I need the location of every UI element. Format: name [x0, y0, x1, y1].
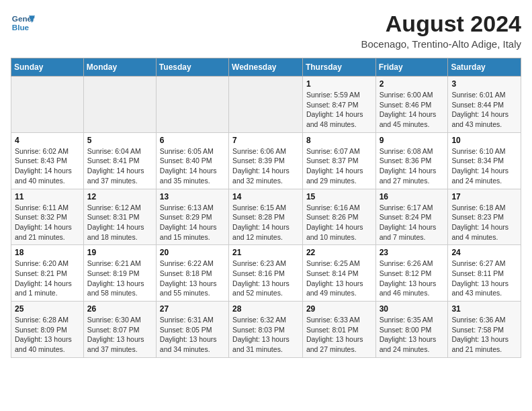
calendar-cell: 15Sunrise: 6:16 AM Sunset: 8:26 PM Dayli…: [302, 189, 375, 245]
weekday-header: Sunday: [11, 58, 84, 77]
calendar: SundayMondayTuesdayWednesdayThursdayFrid…: [11, 58, 521, 358]
day-detail: Sunrise: 6:11 AM Sunset: 8:32 PM Dayligh…: [15, 203, 80, 242]
weekday-header: Thursday: [302, 58, 375, 77]
calendar-week-row: 25Sunrise: 6:28 AM Sunset: 8:09 PM Dayli…: [11, 302, 521, 358]
day-number: 2: [380, 79, 445, 89]
calendar-cell: 18Sunrise: 6:20 AM Sunset: 8:21 PM Dayli…: [11, 245, 84, 302]
day-detail: Sunrise: 6:15 AM Sunset: 8:28 PM Dayligh…: [232, 203, 299, 242]
day-number: 21: [232, 248, 299, 257]
day-detail: Sunrise: 6:18 AM Sunset: 8:23 PM Dayligh…: [451, 203, 517, 242]
calendar-cell: 21Sunrise: 6:23 AM Sunset: 8:16 PM Dayli…: [229, 245, 303, 302]
day-detail: Sunrise: 6:13 AM Sunset: 8:29 PM Dayligh…: [160, 203, 225, 242]
day-detail: Sunrise: 6:20 AM Sunset: 8:21 PM Dayligh…: [15, 259, 80, 298]
calendar-cell: 6Sunrise: 6:05 AM Sunset: 8:40 PM Daylig…: [156, 132, 228, 189]
calendar-cell: 23Sunrise: 6:26 AM Sunset: 8:12 PM Dayli…: [375, 245, 448, 302]
day-number: 3: [451, 79, 517, 89]
calendar-cell: 29Sunrise: 6:33 AM Sunset: 8:01 PM Dayli…: [302, 302, 375, 358]
day-detail: Sunrise: 6:36 AM Sunset: 7:58 PM Dayligh…: [451, 315, 517, 355]
day-number: 28: [232, 304, 299, 314]
day-detail: Sunrise: 6:25 AM Sunset: 8:14 PM Dayligh…: [306, 259, 372, 298]
calendar-cell: 7Sunrise: 6:06 AM Sunset: 8:39 PM Daylig…: [229, 132, 303, 189]
day-number: 31: [451, 304, 517, 314]
day-number: 1: [306, 79, 372, 89]
day-detail: Sunrise: 6:26 AM Sunset: 8:12 PM Dayligh…: [380, 259, 445, 298]
calendar-cell: 28Sunrise: 6:32 AM Sunset: 8:03 PM Dayli…: [229, 302, 303, 358]
calendar-cell: 10Sunrise: 6:10 AM Sunset: 8:34 PM Dayli…: [448, 132, 521, 189]
day-detail: Sunrise: 6:31 AM Sunset: 8:05 PM Dayligh…: [160, 315, 225, 355]
day-number: 4: [15, 136, 80, 145]
calendar-week-row: 18Sunrise: 6:20 AM Sunset: 8:21 PM Dayli…: [11, 245, 521, 302]
day-number: 15: [306, 192, 372, 201]
day-detail: Sunrise: 6:00 AM Sunset: 8:46 PM Dayligh…: [380, 90, 445, 130]
day-number: 20: [160, 248, 225, 257]
weekday-header: Wednesday: [229, 58, 303, 77]
day-detail: Sunrise: 6:35 AM Sunset: 8:00 PM Dayligh…: [380, 315, 445, 355]
day-detail: Sunrise: 6:22 AM Sunset: 8:18 PM Dayligh…: [160, 259, 225, 298]
day-detail: Sunrise: 6:16 AM Sunset: 8:26 PM Dayligh…: [306, 203, 372, 242]
calendar-cell: 22Sunrise: 6:25 AM Sunset: 8:14 PM Dayli…: [302, 245, 375, 302]
day-detail: Sunrise: 6:10 AM Sunset: 8:34 PM Dayligh…: [451, 146, 517, 186]
day-number: 23: [380, 248, 445, 257]
day-detail: Sunrise: 6:27 AM Sunset: 8:11 PM Dayligh…: [451, 259, 517, 298]
calendar-cell: 19Sunrise: 6:21 AM Sunset: 8:19 PM Dayli…: [83, 245, 156, 302]
calendar-cell: 1Sunrise: 5:59 AM Sunset: 8:47 PM Daylig…: [302, 77, 375, 133]
weekday-header: Friday: [375, 58, 448, 77]
calendar-cell: 30Sunrise: 6:35 AM Sunset: 8:00 PM Dayli…: [375, 302, 448, 358]
calendar-cell: 17Sunrise: 6:18 AM Sunset: 8:23 PM Dayli…: [448, 189, 521, 245]
header: General Blue August 2024 Bocenago, Trent…: [11, 11, 521, 50]
day-number: 12: [87, 192, 152, 201]
day-number: 29: [306, 304, 372, 314]
day-detail: Sunrise: 6:01 AM Sunset: 8:44 PM Dayligh…: [451, 90, 517, 130]
day-number: 17: [451, 192, 517, 201]
day-number: 6: [160, 136, 225, 145]
day-detail: Sunrise: 6:17 AM Sunset: 8:24 PM Dayligh…: [380, 203, 445, 242]
calendar-week-row: 1Sunrise: 5:59 AM Sunset: 8:47 PM Daylig…: [11, 77, 521, 133]
day-detail: Sunrise: 6:05 AM Sunset: 8:40 PM Dayligh…: [160, 146, 225, 186]
day-number: 25: [15, 304, 80, 314]
calendar-week-row: 11Sunrise: 6:11 AM Sunset: 8:32 PM Dayli…: [11, 189, 521, 245]
calendar-cell: 3Sunrise: 6:01 AM Sunset: 8:44 PM Daylig…: [448, 77, 521, 133]
calendar-cell: 4Sunrise: 6:02 AM Sunset: 8:43 PM Daylig…: [11, 132, 84, 189]
weekday-header-row: SundayMondayTuesdayWednesdayThursdayFrid…: [11, 58, 521, 77]
calendar-cell: 13Sunrise: 6:13 AM Sunset: 8:29 PM Dayli…: [156, 189, 228, 245]
day-detail: Sunrise: 6:30 AM Sunset: 8:07 PM Dayligh…: [87, 315, 152, 355]
day-number: 16: [380, 192, 445, 201]
day-number: 22: [306, 248, 372, 257]
day-detail: Sunrise: 6:33 AM Sunset: 8:01 PM Dayligh…: [306, 315, 372, 355]
weekday-header: Monday: [83, 58, 156, 77]
day-detail: Sunrise: 6:32 AM Sunset: 8:03 PM Dayligh…: [232, 315, 299, 355]
calendar-cell: 25Sunrise: 6:28 AM Sunset: 8:09 PM Dayli…: [11, 302, 84, 358]
calendar-cell: [156, 77, 228, 133]
day-number: 13: [160, 192, 225, 201]
day-detail: Sunrise: 6:12 AM Sunset: 8:31 PM Dayligh…: [87, 203, 152, 242]
calendar-cell: [83, 77, 156, 133]
title-area: August 2024 Bocenago, Trentino-Alto Adig…: [361, 11, 521, 50]
day-number: 18: [15, 248, 80, 257]
day-detail: Sunrise: 6:04 AM Sunset: 8:41 PM Dayligh…: [87, 146, 152, 186]
day-detail: Sunrise: 6:02 AM Sunset: 8:43 PM Dayligh…: [15, 146, 80, 186]
day-detail: Sunrise: 6:21 AM Sunset: 8:19 PM Dayligh…: [87, 259, 152, 298]
day-number: 10: [451, 136, 517, 145]
calendar-week-row: 4Sunrise: 6:02 AM Sunset: 8:43 PM Daylig…: [11, 132, 521, 189]
logo-icon: General Blue: [11, 11, 35, 35]
calendar-cell: 5Sunrise: 6:04 AM Sunset: 8:41 PM Daylig…: [83, 132, 156, 189]
day-number: 14: [232, 192, 299, 201]
calendar-cell: 20Sunrise: 6:22 AM Sunset: 8:18 PM Dayli…: [156, 245, 228, 302]
main-title: August 2024: [361, 11, 521, 37]
day-detail: Sunrise: 6:23 AM Sunset: 8:16 PM Dayligh…: [232, 259, 299, 298]
calendar-cell: 26Sunrise: 6:30 AM Sunset: 8:07 PM Dayli…: [83, 302, 156, 358]
day-number: 11: [15, 192, 80, 201]
day-detail: Sunrise: 6:06 AM Sunset: 8:39 PM Dayligh…: [232, 146, 299, 186]
calendar-cell: 9Sunrise: 6:08 AM Sunset: 8:36 PM Daylig…: [375, 132, 448, 189]
day-number: 5: [87, 136, 152, 145]
calendar-cell: 12Sunrise: 6:12 AM Sunset: 8:31 PM Dayli…: [83, 189, 156, 245]
calendar-cell: 2Sunrise: 6:00 AM Sunset: 8:46 PM Daylig…: [375, 77, 448, 133]
day-number: 8: [306, 136, 372, 145]
day-number: 9: [380, 136, 445, 145]
calendar-cell: [229, 77, 303, 133]
day-detail: Sunrise: 6:07 AM Sunset: 8:37 PM Dayligh…: [306, 146, 372, 186]
day-number: 7: [232, 136, 299, 145]
day-number: 30: [380, 304, 445, 314]
day-detail: Sunrise: 6:08 AM Sunset: 8:36 PM Dayligh…: [380, 146, 445, 186]
day-number: 24: [451, 248, 517, 257]
